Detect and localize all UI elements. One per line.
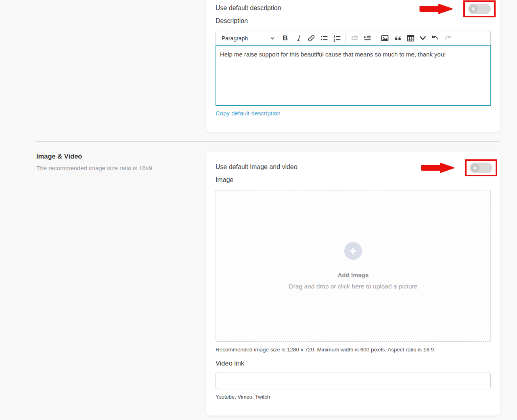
outdent-icon: [350, 34, 359, 42]
redo-button[interactable]: [441, 33, 454, 44]
video-platforms-hint: Youtube, Vimeo, Twitch: [216, 394, 491, 400]
insert-image-icon: [381, 34, 389, 42]
section-subtitle: The recommended image size ratio is 16x9…: [36, 165, 198, 171]
use-default-image-video-toggle-group: [420, 159, 497, 176]
toolbar-separator: [376, 31, 376, 45]
bulleted-list-button[interactable]: [318, 33, 331, 44]
bold-button[interactable]: B: [279, 33, 292, 44]
undo-icon: [431, 34, 439, 42]
link-icon: [307, 34, 316, 42]
numbered-list-icon: 1 2: [333, 34, 341, 42]
italic-button[interactable]: I: [292, 33, 305, 44]
editor-toolbar: Paragraph B I: [216, 31, 491, 45]
annotation-highlight-box: [463, 0, 496, 17]
image-label: Image: [216, 176, 491, 184]
description-card: Use default description Description Para…: [206, 0, 500, 132]
insert-table-button[interactable]: [404, 33, 417, 44]
indent-button[interactable]: [361, 33, 374, 44]
insert-image-button[interactable]: [378, 33, 391, 44]
link-button[interactable]: [305, 33, 318, 44]
video-link-input[interactable]: [216, 372, 491, 389]
section-divider: [36, 141, 500, 142]
image-video-section-head: Image & Video The recommended image size…: [36, 153, 198, 171]
use-default-image-video-toggle[interactable]: [470, 163, 492, 173]
copy-default-description-link[interactable]: Copy default description: [216, 110, 280, 117]
image-size-hint: Recommended image size is 1280 x 720. Mi…: [216, 347, 491, 353]
redo-icon: [444, 34, 452, 42]
video-link-label: Video link: [216, 359, 491, 367]
numbered-list-button[interactable]: 1 2: [331, 33, 343, 44]
annotation-arrow-icon: [420, 162, 456, 173]
annotation-highlight-box: [465, 159, 497, 176]
svg-text:1: 1: [333, 34, 335, 38]
paragraph-style-dropdown[interactable]: Paragraph: [218, 33, 279, 44]
rich-text-editor: Paragraph B I: [216, 31, 491, 106]
insert-table-icon: [406, 34, 415, 42]
bulleted-list-icon: [320, 34, 329, 42]
toggle-off-icon: [471, 163, 479, 172]
use-default-description-toggle[interactable]: [468, 4, 491, 14]
image-upload-dropzone[interactable]: Add Image Drag and drop or click here to…: [216, 190, 491, 342]
svg-text:2: 2: [333, 38, 335, 42]
annotation-arrow-icon: [418, 3, 454, 15]
use-default-description-toggle-group: [418, 0, 496, 17]
drag-drop-hint: Drag and drop or click here to upload a …: [289, 283, 418, 290]
toggle-off-icon: [469, 4, 478, 13]
italic-icon: I: [297, 34, 300, 42]
image-video-card: Use default image and video Image Add Im…: [206, 152, 500, 416]
blockquote-icon: [394, 34, 402, 42]
blockquote-button[interactable]: [391, 33, 404, 44]
section-title: Image & Video: [36, 153, 198, 160]
indent-icon: [363, 34, 372, 42]
add-image-plus-icon: [344, 242, 362, 260]
chevron-down-icon: [270, 36, 275, 41]
chevron-down-icon: [419, 34, 427, 42]
undo-button[interactable]: [428, 33, 441, 44]
outdent-button[interactable]: [348, 33, 361, 44]
toolbar-separator: [345, 31, 346, 45]
add-image-label: Add Image: [338, 272, 369, 278]
table-dropdown-button[interactable]: [417, 33, 428, 44]
paragraph-style-label: Paragraph: [222, 35, 248, 42]
description-editor-content[interactable]: Help me raise support for this beautiful…: [216, 45, 491, 106]
description-text: Help me raise support for this beautiful…: [220, 51, 446, 58]
bold-icon: B: [283, 34, 288, 42]
description-label: Description: [216, 17, 491, 25]
